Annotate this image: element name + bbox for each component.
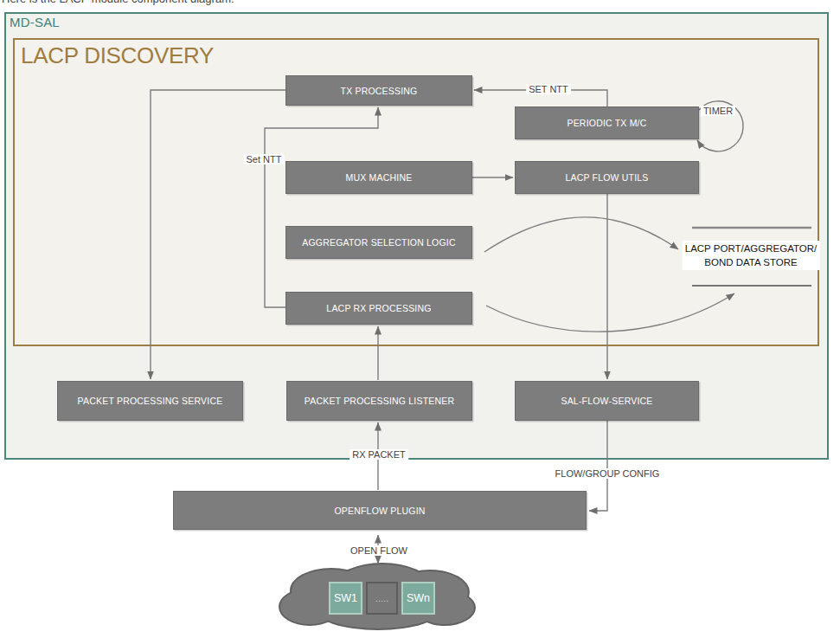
node-lacp-rx-processing: LACP RX PROCESSING bbox=[285, 292, 472, 325]
datastore-label-line1: LACP PORT/AGGREGATOR/ bbox=[685, 242, 818, 255]
switch-sw1: SW1 bbox=[329, 582, 362, 615]
node-tx-processing: TX PROCESSING bbox=[285, 75, 472, 106]
label-flow-group-config: FLOW/GROUP CONFIG bbox=[553, 468, 663, 479]
node-lacp-flow-utils: LACP FLOW UTILS bbox=[515, 161, 699, 194]
label-set-ntt-upper: SET NTT bbox=[526, 84, 571, 94]
node-openflow-plugin: OPENFLOW PLUGIN bbox=[173, 491, 587, 530]
switch-ellipsis: ..... bbox=[366, 582, 398, 615]
label-rx-packet: RX PACKET bbox=[349, 449, 408, 460]
mdsal-label: MD-SAL bbox=[10, 15, 60, 29]
node-sal-flow-service: SAL-FLOW-SERVICE bbox=[515, 381, 699, 421]
datastore-label-line2: BOND DATA STORE bbox=[685, 255, 818, 269]
datastore-label: LACP PORT/AGGREGATOR/ BOND DATA STORE bbox=[683, 241, 820, 270]
node-aggregator-selection-logic: AGGREGATOR SELECTION LOGIC bbox=[285, 226, 472, 259]
diagram-canvas: Here is the LACP module component diagra… bbox=[0, 0, 840, 638]
lacp-discovery-label: LACP DISCOVERY bbox=[21, 42, 214, 69]
label-timer: TIMER bbox=[701, 106, 735, 116]
switch-swn: SWn bbox=[401, 582, 435, 615]
node-packet-processing-service: PACKET PROCESSING SERVICE bbox=[57, 381, 243, 421]
intro-text: Here is the LACP module component diagra… bbox=[2, 0, 234, 5]
node-packet-processing-listener: PACKET PROCESSING LISTENER bbox=[286, 381, 472, 421]
node-periodic-tx-mc: PERIODIC TX M/C bbox=[515, 106, 699, 139]
label-set-ntt-lower: Set NTT bbox=[244, 154, 285, 164]
label-open-flow: OPEN FLOW bbox=[348, 545, 410, 556]
node-mux-machine: MUX MACHINE bbox=[285, 161, 472, 194]
